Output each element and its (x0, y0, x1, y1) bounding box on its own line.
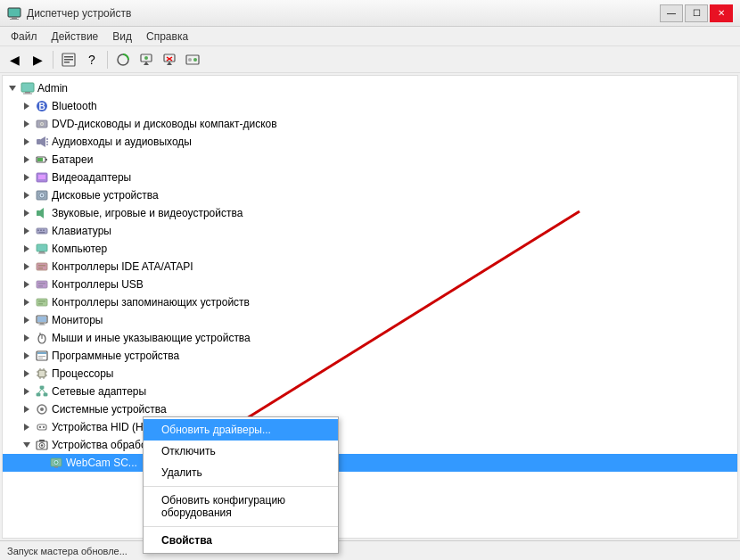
hid-icon (35, 420, 49, 434)
ctx-update-drivers[interactable]: Обновить драйверы... (144, 419, 338, 441)
usb-icon (35, 277, 49, 292)
tree-item-monitors[interactable]: Мониторы (3, 311, 737, 329)
maximize-button[interactable]: ☐ (685, 4, 708, 22)
menu-action[interactable]: Действие (45, 29, 106, 45)
expander-sound[interactable] (21, 206, 35, 220)
tree-item-software[interactable]: Программные устройства (3, 347, 737, 365)
svg-rect-41 (40, 230, 42, 232)
svg-rect-24 (37, 139, 41, 144)
svg-rect-58 (40, 323, 44, 325)
expander-battery[interactable] (21, 152, 35, 167)
ctx-scan[interactable]: Обновить конфигурацию оборудования (144, 490, 338, 523)
ctx-disable[interactable]: Отключить (144, 441, 338, 462)
expander-keyboard[interactable] (21, 224, 35, 238)
tree-item-sound[interactable]: Звуковые, игровые и видеоустройства (3, 204, 737, 222)
svg-rect-10 (164, 54, 175, 62)
svg-point-85 (39, 426, 41, 428)
menu-file[interactable]: Файл (4, 29, 45, 45)
menu-view[interactable]: Вид (105, 29, 139, 45)
tree-item-dvd[interactable]: DVD-дисководы и дисководы компакт-дисков (3, 115, 737, 133)
toolbar-sep-1 (53, 51, 53, 69)
tree-item-cpu[interactable]: Процессоры (3, 365, 737, 383)
admin-icon (21, 81, 35, 95)
toolbar-properties[interactable] (58, 49, 79, 70)
expander-hid[interactable] (21, 420, 35, 434)
svg-rect-43 (39, 232, 45, 234)
tree-item-computer[interactable]: Компьютер (3, 240, 737, 258)
svg-rect-78 (37, 393, 40, 396)
tree-item-disks[interactable]: Дисковые устройства (3, 186, 737, 204)
svg-rect-90 (39, 440, 45, 441)
device-tree[interactable]: Admin B Bluetooth DVD-дисководы и дисков… (2, 75, 738, 539)
menu-bar: Файл Действие Вид Справка (0, 27, 740, 46)
video-label: Видеоадаптеры (52, 171, 131, 184)
main-content: Admin B Bluetooth DVD-дисководы и дисков… (0, 73, 740, 540)
tree-item-webcam[interactable]: WebCam SC... (3, 454, 737, 472)
tree-item-usb[interactable]: Контроллеры USB (3, 276, 737, 293)
expander-usb[interactable] (21, 277, 35, 292)
svg-rect-94 (54, 466, 58, 468)
svg-rect-6 (64, 62, 70, 63)
context-menu: Обновить драйверы... Отключить Удалить О… (143, 416, 339, 554)
software-icon (35, 349, 49, 363)
tree-item-network[interactable]: Сетевые адаптеры (3, 383, 737, 400)
tree-item-video[interactable]: Видеоадаптеры (3, 169, 737, 186)
close-button[interactable]: ✕ (710, 4, 733, 22)
expander-storage[interactable] (21, 295, 35, 309)
tree-root-admin[interactable]: Admin (3, 79, 737, 97)
expander-software[interactable] (21, 349, 35, 363)
expander-cpu[interactable] (21, 366, 35, 381)
svg-rect-46 (38, 253, 45, 254)
toolbar-help[interactable]: ? (81, 49, 103, 70)
tree-item-ide[interactable]: Контроллеры IDE ATA/ATAPI (3, 258, 737, 276)
svg-rect-79 (44, 393, 47, 396)
expander-system[interactable] (21, 402, 35, 416)
toolbar-uninstall[interactable] (159, 49, 180, 70)
system-icon (35, 402, 49, 416)
expander-bluetooth[interactable] (21, 99, 35, 113)
ctx-sep-2 (144, 526, 338, 527)
svg-rect-50 (37, 281, 47, 288)
expander-video[interactable] (21, 170, 35, 185)
expander-dvd[interactable] (21, 117, 35, 131)
toolbar-back[interactable]: ◀ (4, 49, 25, 70)
keyboard-label: Клавиатуры (52, 225, 111, 237)
tree-item-system[interactable]: Системные устройства (3, 400, 737, 418)
expander-imaging[interactable] (21, 438, 35, 452)
tree-item-hid[interactable]: Устройства HID (Human Interface Devices) (3, 418, 737, 436)
menu-help[interactable]: Справка (139, 29, 195, 45)
ctx-delete[interactable]: Удалить (144, 462, 338, 483)
svg-rect-68 (39, 371, 45, 376)
tree-item-imaging[interactable]: Устройства обработки изображений (3, 436, 737, 454)
toolbar-show-hidden[interactable] (182, 49, 203, 70)
battery-icon (35, 152, 49, 167)
expander-network[interactable] (21, 384, 35, 399)
expander-ide[interactable] (21, 259, 35, 274)
svg-point-9 (144, 56, 148, 60)
tree-item-battery[interactable]: Батареи (3, 151, 737, 169)
expander-admin[interactable] (6, 81, 21, 95)
toolbar-forward[interactable]: ▶ (27, 49, 48, 70)
network-label: Сетевые адаптеры (52, 385, 146, 398)
expander-disks[interactable] (21, 188, 35, 202)
tree-item-audio[interactable]: Аудиовходы и аудиовыходы (3, 133, 737, 151)
toolbar-scan[interactable] (112, 49, 134, 70)
tree-item-keyboard[interactable]: Клавиатуры (3, 222, 737, 240)
monitors-label: Мониторы (52, 314, 103, 326)
tree-item-mice[interactable]: Мыши и иные указывающие устройства (3, 329, 737, 347)
toolbar-update-driver[interactable] (136, 49, 157, 70)
expander-audio[interactable] (21, 135, 35, 149)
svg-rect-54 (38, 301, 45, 302)
usb-label: Контроллеры USB (52, 278, 144, 291)
tree-item-storage[interactable]: Контроллеры запоминающих устройств (3, 293, 737, 311)
svg-point-83 (40, 408, 44, 411)
tree-item-bluetooth[interactable]: B Bluetooth (3, 97, 737, 115)
ctx-properties[interactable]: Свойства (144, 530, 338, 551)
svg-rect-55 (38, 303, 43, 305)
expander-monitors[interactable] (21, 313, 35, 327)
webcam-label: WebCam SC... (66, 457, 137, 469)
expander-mice[interactable] (21, 331, 35, 345)
expander-computer[interactable] (21, 242, 35, 256)
system-label: Системные устройства (52, 403, 167, 416)
minimize-button[interactable]: — (660, 4, 683, 22)
